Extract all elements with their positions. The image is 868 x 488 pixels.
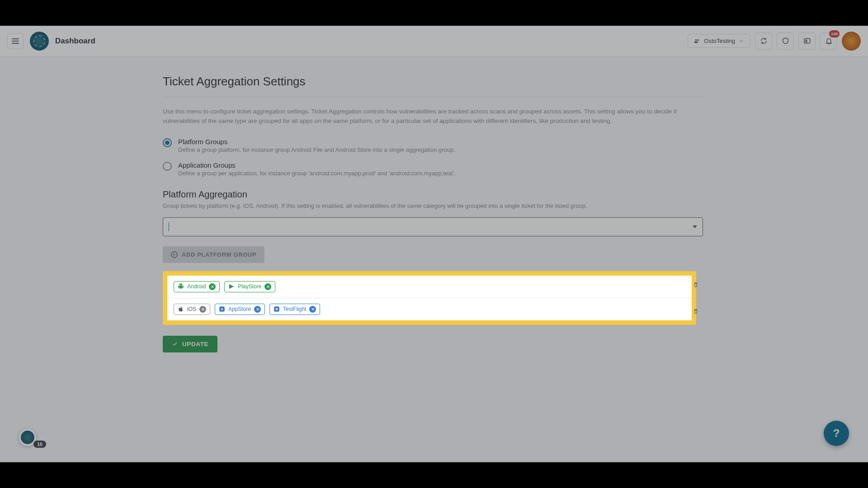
radio-application-sub: Define a group per application, for inst… — [178, 170, 455, 177]
section-sub: Group tickets by platform (e.g. iOS, And… — [163, 202, 705, 209]
section-title: Platform Aggregation — [163, 189, 705, 200]
chip-android[interactable]: Android ✕ — [174, 281, 220, 292]
platform-combo-input[interactable] — [163, 217, 703, 236]
page-body: Ticket Aggregation Settings Use this men… — [0, 56, 868, 462]
chip-label: Android — [187, 283, 206, 290]
radio-icon-unselected — [163, 162, 172, 171]
update-label: UPDATE — [182, 341, 208, 347]
apple-icon — [178, 306, 184, 312]
chevron-down-icon — [739, 38, 744, 44]
notification-count-badge: 149 — [829, 30, 840, 38]
platform-groups-table: Android ✕ PlayStore ✕ — [163, 271, 696, 325]
text-cursor — [169, 222, 169, 231]
radio-application-groups[interactable]: Application Groups Define a group per ap… — [163, 161, 705, 177]
chip-playstore[interactable]: PlayStore ✕ — [224, 281, 275, 292]
android-icon — [178, 283, 184, 290]
menu-icon — [12, 38, 19, 44]
svg-rect-0 — [804, 39, 810, 43]
group-row: Android ✕ PlayStore ✕ — [167, 276, 692, 298]
chip-ios[interactable]: iOS ✕ — [174, 304, 210, 315]
testflight-icon — [274, 306, 280, 312]
page-title: Ticket Aggregation Settings — [163, 75, 705, 89]
id-card-icon — [803, 37, 811, 45]
radio-icon-selected — [163, 138, 172, 147]
bell-icon — [825, 37, 833, 45]
chip-remove-icon[interactable]: ✕ — [199, 306, 206, 313]
chip-label: PlayStore — [238, 283, 261, 290]
add-platform-group-button[interactable]: + ADD PLATFORM GROUP — [163, 246, 264, 263]
chip-label: TestFlight — [283, 306, 306, 312]
header-right: OstoTesting 149 — [688, 32, 861, 51]
help-fab-button[interactable]: ? — [824, 421, 849, 446]
delete-group-button[interactable] — [692, 281, 700, 288]
radio-platform-title: Platform Groups — [178, 138, 455, 145]
app-frame: Dashboard OstoTesting 149 — [0, 26, 868, 462]
radio-platform-sub: Define a group platform, for instance gr… — [178, 146, 455, 153]
check-icon — [172, 341, 178, 347]
notifications-button[interactable]: 149 — [820, 33, 837, 50]
chip-remove-icon[interactable]: ✕ — [209, 283, 216, 290]
app-header: Dashboard OstoTesting 149 — [0, 26, 868, 56]
header-left: Dashboard — [7, 32, 95, 51]
app-logo — [30, 32, 49, 51]
svg-rect-2 — [219, 307, 225, 312]
menu-toggle-button[interactable] — [7, 33, 24, 49]
chip-label: AppStore — [228, 306, 251, 312]
chip-remove-icon[interactable]: ✕ — [254, 306, 261, 313]
refresh-icon — [760, 37, 768, 45]
refresh-button[interactable] — [755, 33, 772, 50]
badge-count: 16 — [33, 441, 46, 448]
delete-group-button[interactable] — [692, 308, 700, 315]
chip-remove-icon[interactable]: ✕ — [309, 306, 316, 313]
contact-button[interactable] — [798, 33, 816, 50]
update-button[interactable]: UPDATE — [163, 336, 217, 352]
page-description: Use this menu to configure ticket aggreg… — [163, 107, 698, 126]
radio-application-title: Application Groups — [178, 161, 455, 169]
radio-platform-labels: Platform Groups Define a group platform,… — [178, 138, 455, 153]
shield-button[interactable] — [777, 33, 794, 50]
title-divider — [163, 97, 705, 97]
content-container: Ticket Aggregation Settings Use this men… — [163, 75, 705, 444]
add-platform-group-label: ADD PLATFORM GROUP — [182, 251, 256, 258]
floating-app-badge[interactable]: 16 — [19, 429, 46, 446]
radio-platform-groups[interactable]: Platform Groups Define a group platform,… — [163, 138, 705, 153]
avatar[interactable] — [842, 32, 861, 51]
chip-testflight[interactable]: TestFlight ✕ — [269, 304, 320, 315]
page-header-title: Dashboard — [55, 37, 95, 46]
users-icon — [694, 38, 700, 44]
svg-point-1 — [805, 40, 807, 41]
appstore-icon — [219, 306, 225, 312]
chip-label: iOS — [187, 306, 196, 312]
trash-icon — [693, 281, 699, 288]
workspace-selector[interactable]: OstoTesting — [688, 34, 750, 48]
group-row: iOS ✕ AppStore ✕ TestFligh — [167, 298, 692, 320]
radio-application-labels: Application Groups Define a group per ap… — [178, 161, 455, 177]
trash-icon — [693, 308, 699, 315]
help-icon: ? — [833, 427, 840, 440]
play-icon — [228, 283, 235, 290]
chip-remove-icon[interactable]: ✕ — [264, 283, 271, 290]
chip-appstore[interactable]: AppStore ✕ — [215, 304, 265, 315]
plus-circle-icon: + — [171, 251, 178, 258]
letterbox-top — [0, 0, 868, 26]
chevron-down-icon — [693, 225, 697, 228]
svg-point-5 — [276, 309, 277, 310]
workspace-label: OstoTesting — [704, 38, 735, 44]
shield-icon — [782, 37, 789, 45]
